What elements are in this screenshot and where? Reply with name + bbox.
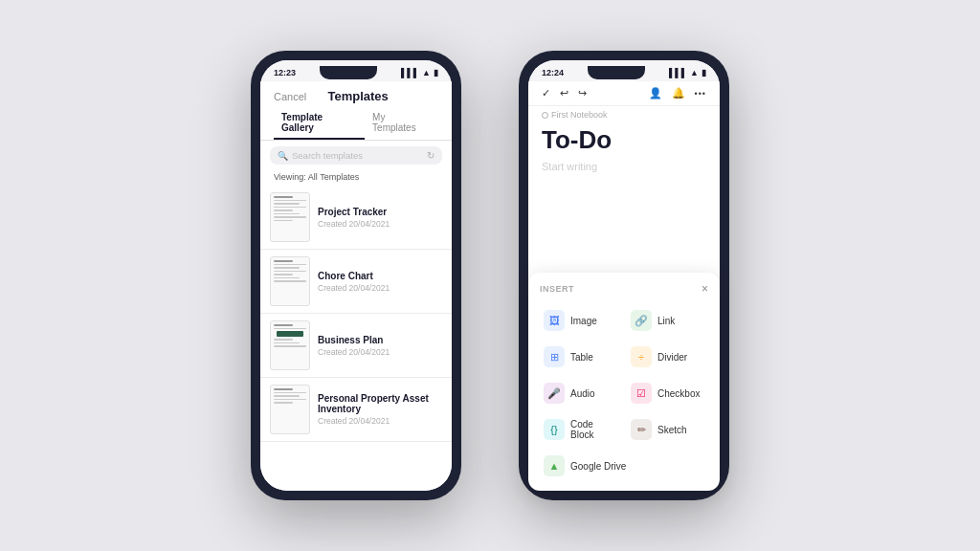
templates-tabs: Template Gallery My Templates <box>260 107 452 141</box>
more-icon[interactable]: ••• <box>695 89 706 99</box>
user-icon[interactable]: 👤 <box>649 87 662 99</box>
redo-icon[interactable]: ↪ <box>578 87 587 99</box>
refresh-icon[interactable]: ↻ <box>427 150 434 161</box>
tab-template-gallery[interactable]: Template Gallery <box>274 107 365 140</box>
divider-icon: ÷ <box>631 346 652 367</box>
template-date: Created 20/04/2021 <box>318 416 442 426</box>
template-thumb <box>270 192 310 242</box>
template-info: Personal Property Asset Inventory Create… <box>318 393 442 426</box>
insert-item-code-block[interactable]: {} Code Block <box>540 414 621 445</box>
time-2: 12:24 <box>542 68 564 77</box>
google-drive-label: Google Drive <box>570 461 626 472</box>
toolbar-right: 👤 🔔 ••• <box>649 87 706 99</box>
phone-2: 12:24 ▌▌▌ ▲ ▮ ✓ ↩ ↪ 👤 🔔 ••• <box>519 51 729 500</box>
template-thumb <box>270 385 310 434</box>
signal-icon-2: ▌▌▌ <box>669 68 687 77</box>
insert-item-google-drive[interactable]: ▲ Google Drive <box>540 451 708 481</box>
google-drive-icon: ▲ <box>544 455 565 476</box>
link-label: Link <box>657 316 675 326</box>
insert-grid: 🖼 Image 🔗 Link ⊞ Table ÷ Divider 🎤 Audio… <box>540 305 708 481</box>
template-item[interactable]: Business Plan Created 20/04/2021 <box>260 314 452 378</box>
image-icon: 🖼 <box>544 310 565 331</box>
signal-icon: ▌▌▌ <box>401 68 419 77</box>
time-1: 12:23 <box>274 68 296 77</box>
insert-item-table[interactable]: ⊞ Table <box>540 342 621 372</box>
template-item[interactable]: Project Tracker Created 20/04/2021 <box>260 186 452 250</box>
template-item[interactable]: Personal Property Asset Inventory Create… <box>260 378 452 442</box>
undo-icon[interactable]: ↩ <box>560 87 568 99</box>
table-label: Table <box>570 352 593 363</box>
checkbox-icon: ☑ <box>631 383 652 404</box>
template-thumb <box>270 256 310 306</box>
divider-label: Divider <box>657 352 687 363</box>
tab-my-templates[interactable]: My Templates <box>365 107 438 140</box>
template-name: Project Tracker <box>318 207 390 217</box>
template-info: Chore Chart Created 20/04/2021 <box>318 271 390 293</box>
insert-item-sketch[interactable]: ✏ Sketch <box>627 414 708 445</box>
template-name: Business Plan <box>318 335 390 345</box>
image-label: Image <box>570 316 597 326</box>
insert-item-divider[interactable]: ÷ Divider <box>627 342 708 372</box>
cancel-button[interactable]: Cancel <box>274 91 306 102</box>
check-icon[interactable]: ✓ <box>542 87 550 99</box>
search-icon: 🔍 <box>278 151 288 161</box>
template-info: Business Plan Created 20/04/2021 <box>318 335 390 357</box>
sketch-label: Sketch <box>657 425 687 435</box>
status-bar-2: 12:24 ▌▌▌ ▲ ▮ <box>528 60 720 81</box>
insert-panel: INSERT × 🖼 Image 🔗 Link ⊞ Table ÷ Divide… <box>528 273 720 491</box>
wifi-icon-2: ▲ <box>690 68 699 77</box>
link-icon: 🔗 <box>631 310 652 331</box>
templates-screen: Cancel Templates Template Gallery My Tem… <box>260 81 452 491</box>
insert-item-link[interactable]: 🔗 Link <box>627 305 708 336</box>
battery-icon-2: ▮ <box>702 68 706 77</box>
template-list: Project Tracker Created 20/04/2021 <box>260 186 452 491</box>
toolbar-left: ✓ ↩ ↪ <box>542 87 587 99</box>
template-date: Created 20/04/2021 <box>318 347 390 357</box>
bell-icon[interactable]: 🔔 <box>672 87 685 99</box>
status-bar-1: 12:23 ▌▌▌ ▲ ▮ <box>260 60 452 81</box>
template-info: Project Tracker Created 20/04/2021 <box>318 207 390 229</box>
insert-item-image[interactable]: 🖼 Image <box>540 305 621 336</box>
note-title[interactable]: To-Do <box>528 121 720 159</box>
template-date: Created 20/04/2021 <box>318 283 390 293</box>
insert-item-checkbox[interactable]: ☑ Checkbox <box>627 378 708 408</box>
battery-icon: ▮ <box>434 68 438 77</box>
template-thumb <box>270 320 310 370</box>
insert-title: INSERT <box>540 284 574 294</box>
close-button[interactable]: × <box>702 282 708 296</box>
status-icons-2: ▌▌▌ ▲ ▮ <box>669 68 706 77</box>
template-date: Created 20/04/2021 <box>318 219 390 229</box>
table-icon: ⊞ <box>544 346 565 367</box>
notebook-dot-icon <box>542 112 548 119</box>
note-toolbar: ✓ ↩ ↪ 👤 🔔 ••• <box>528 81 720 106</box>
sketch-icon: ✏ <box>631 419 652 440</box>
templates-title: Templates <box>327 89 388 103</box>
notebook-label: First Notebook <box>528 106 720 121</box>
insert-header: INSERT × <box>540 282 708 296</box>
viewing-label: Viewing: All Templates <box>260 170 452 186</box>
template-item[interactable]: Chore Chart Created 20/04/2021 <box>260 250 452 314</box>
code-block-icon: {} <box>544 419 565 440</box>
templates-header: Cancel Templates <box>260 81 452 107</box>
audio-icon: 🎤 <box>544 383 565 404</box>
note-placeholder[interactable]: Start writing <box>528 159 720 174</box>
status-icons-1: ▌▌▌ ▲ ▮ <box>401 68 438 77</box>
phone-1: 12:23 ▌▌▌ ▲ ▮ Cancel Templates Template … <box>251 51 461 500</box>
checkbox-label: Checkbox <box>657 388 700 399</box>
audio-label: Audio <box>570 388 595 399</box>
wifi-icon: ▲ <box>422 68 431 77</box>
search-input[interactable]: Search templates <box>292 150 423 161</box>
template-name: Personal Property Asset Inventory <box>318 393 442 414</box>
insert-item-audio[interactable]: 🎤 Audio <box>540 378 621 408</box>
code-block-label: Code Block <box>570 419 617 440</box>
search-row[interactable]: 🔍 Search templates ↻ <box>270 146 442 165</box>
template-name: Chore Chart <box>318 271 390 281</box>
